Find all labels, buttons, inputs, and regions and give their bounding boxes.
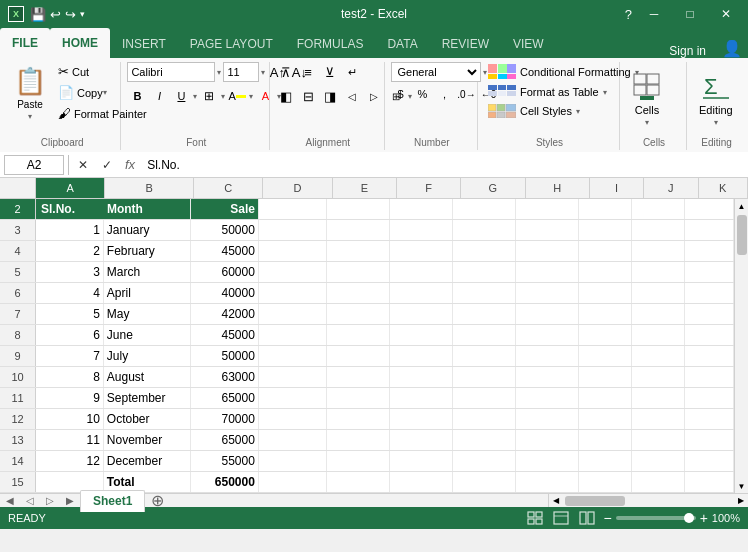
fill-dd[interactable]: ▾ (249, 92, 253, 101)
cell-I13[interactable] (579, 430, 632, 450)
cell-D3[interactable] (259, 220, 327, 240)
col-header-C[interactable]: C (194, 178, 263, 198)
customize-quick-btn[interactable]: ▾ (80, 9, 85, 19)
cell-C7[interactable]: 42000 (191, 304, 259, 324)
cell-C2[interactable]: Sale (191, 199, 259, 219)
cell-K6[interactable] (685, 283, 734, 303)
cell-A7[interactable]: 5 (36, 304, 104, 324)
cell-J7[interactable] (632, 304, 685, 324)
cell-G14[interactable] (453, 451, 516, 471)
cell-E9[interactable] (327, 346, 390, 366)
vertical-scrollbar[interactable]: ▲ ▼ (734, 199, 748, 493)
cell-K11[interactable] (685, 388, 734, 408)
cell-J14[interactable] (632, 451, 685, 471)
cell-E6[interactable] (327, 283, 390, 303)
cell-G8[interactable] (453, 325, 516, 345)
tab-next-btn[interactable]: ▶ (60, 491, 80, 511)
cell-B2[interactable]: Month (104, 199, 191, 219)
cell-K9[interactable] (685, 346, 734, 366)
editing-dd[interactable]: ▾ (714, 118, 718, 127)
cell-E5[interactable] (327, 262, 390, 282)
undo-quick-btn[interactable]: ↩ (50, 7, 61, 22)
cell-E3[interactable] (327, 220, 390, 240)
cell-C13[interactable]: 65000 (191, 430, 259, 450)
cell-B4[interactable]: February (104, 241, 191, 261)
cell-D13[interactable] (259, 430, 327, 450)
tab-formulas[interactable]: FORMULAS (285, 30, 376, 58)
cell-G15[interactable] (453, 472, 516, 492)
cell-I15[interactable] (579, 472, 632, 492)
scroll-left-btn[interactable]: ◀ (549, 494, 563, 508)
cell-F12[interactable] (390, 409, 453, 429)
cell-E2[interactable] (327, 199, 390, 219)
cell-J5[interactable] (632, 262, 685, 282)
cell-C9[interactable]: 50000 (191, 346, 259, 366)
cell-H9[interactable] (516, 346, 579, 366)
editing-large-btn[interactable]: Σ Editing ▾ (693, 68, 739, 131)
increase-decimal-btn[interactable]: .0→ (457, 84, 477, 104)
cell-J2[interactable] (632, 199, 685, 219)
tab-home[interactable]: HOME (50, 28, 110, 58)
cell-F13[interactable] (390, 430, 453, 450)
cell-D15[interactable] (259, 472, 327, 492)
cell-G2[interactable] (453, 199, 516, 219)
cells-large-btn[interactable]: Cells ▾ (626, 68, 668, 131)
paste-dropdown-arrow[interactable]: ▾ (28, 112, 32, 121)
cell-J11[interactable] (632, 388, 685, 408)
cell-D2[interactable] (259, 199, 327, 219)
cell-styles-dd[interactable]: ▾ (576, 107, 580, 116)
cell-H12[interactable] (516, 409, 579, 429)
cell-J8[interactable] (632, 325, 685, 345)
add-sheet-btn[interactable]: ⊕ (145, 490, 169, 512)
col-header-K[interactable]: K (699, 178, 748, 198)
cell-J4[interactable] (632, 241, 685, 261)
maximize-btn[interactable]: □ (676, 0, 704, 28)
cell-C14[interactable]: 55000 (191, 451, 259, 471)
cell-G7[interactable] (453, 304, 516, 324)
cells-dd[interactable]: ▾ (645, 118, 649, 127)
cell-B7[interactable]: May (104, 304, 191, 324)
cell-A10[interactable]: 8 (36, 367, 104, 387)
align-middle-btn[interactable]: ≡ (298, 62, 318, 82)
underline-btn[interactable]: U (171, 86, 191, 106)
cell-F15[interactable] (390, 472, 453, 492)
cell-F9[interactable] (390, 346, 453, 366)
cell-H13[interactable] (516, 430, 579, 450)
cell-G11[interactable] (453, 388, 516, 408)
cell-H6[interactable] (516, 283, 579, 303)
page-break-view-btn[interactable] (577, 510, 597, 526)
h-scroll-thumb[interactable] (565, 496, 625, 506)
cell-H14[interactable] (516, 451, 579, 471)
cell-A14[interactable]: 12 (36, 451, 104, 471)
border-dd[interactable]: ▾ (221, 92, 225, 101)
comma-btn[interactable]: , (435, 84, 455, 104)
cell-B12[interactable]: October (104, 409, 191, 429)
cell-J13[interactable] (632, 430, 685, 450)
cell-E4[interactable] (327, 241, 390, 261)
align-left-btn[interactable]: ◧ (276, 86, 296, 106)
cell-A4[interactable]: 2 (36, 241, 104, 261)
cell-F14[interactable] (390, 451, 453, 471)
tab-prev-btn[interactable]: ◀ (0, 491, 20, 511)
cell-J6[interactable] (632, 283, 685, 303)
cell-I7[interactable] (579, 304, 632, 324)
col-header-F[interactable]: F (397, 178, 461, 198)
scroll-up-btn[interactable]: ▲ (735, 199, 749, 213)
cell-I4[interactable] (579, 241, 632, 261)
currency-btn[interactable]: $ (391, 84, 411, 104)
cell-A13[interactable]: 11 (36, 430, 104, 450)
cell-E10[interactable] (327, 367, 390, 387)
scroll-track[interactable] (735, 213, 748, 479)
save-quick-btn[interactable]: 💾 (30, 7, 46, 22)
cell-I3[interactable] (579, 220, 632, 240)
formula-input[interactable] (143, 155, 744, 175)
cell-C12[interactable]: 70000 (191, 409, 259, 429)
cell-A9[interactable]: 7 (36, 346, 104, 366)
cell-J12[interactable] (632, 409, 685, 429)
cell-D10[interactable] (259, 367, 327, 387)
confirm-formula-btn[interactable]: ✓ (97, 155, 117, 175)
col-header-D[interactable]: D (263, 178, 332, 198)
cell-K8[interactable] (685, 325, 734, 345)
cell-B5[interactable]: March (104, 262, 191, 282)
cell-C8[interactable]: 45000 (191, 325, 259, 345)
